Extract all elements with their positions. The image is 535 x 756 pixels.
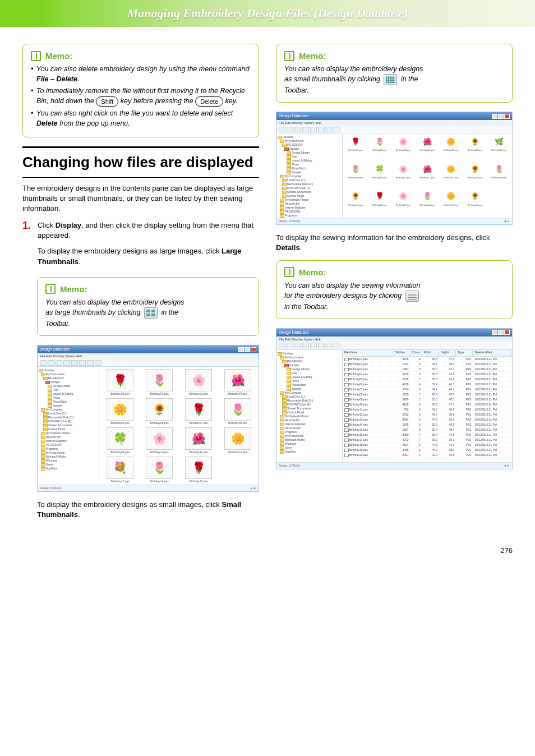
table-row: Birthday04.pes3210358.443.8PES10/22/06 3… [343,372,512,377]
thumbnail-caption: Birthday14.pes [491,176,506,179]
thumbnail-caption: Birthday20.pes [468,204,483,207]
memo-title: Memo: [284,50,504,62]
table-row: Birthday05.pes2876758.344.8PES10/22/06 3… [343,377,512,382]
tree-pane: DesktopMy DocumentsPE-DESIGNSampleDesign… [276,133,343,218]
thumbnail-image: 🌸 [396,163,410,176]
thumbnail-small: 🌼Birthday19.pes [440,191,462,216]
tree-item: Local Disk (C:) [39,412,98,416]
table-row: Birthday09.pes3789756.040.3PES10/22/06 3… [343,397,512,402]
thumbnail-caption: Birthday06.pes [468,149,483,152]
screenshot-large-thumbnails: Design Database File Edit Display Option… [37,345,259,492]
content-pane-small: 🌹Birthday01.pes🌷Birthday02.pes🌸Birthday0… [343,133,512,218]
thumbnail-caption: Birthday05.pes [444,149,459,152]
thumbnail-caption: Birthday04.pes [228,392,247,396]
window-buttons [492,114,510,119]
thumbnail-image: 🌼 [444,191,458,203]
thumbnail-small: 🌷Birthday02.pes [368,136,390,161]
tree-item: Windows [39,459,98,463]
memo-label: Memo: [299,266,326,278]
tree-item: Internet Explorer [278,206,341,210]
screenshot-large-wrapper: Design Database File Edit Display Option… [37,345,259,492]
book-icon [45,284,56,294]
tree-item: Users [39,463,98,467]
thumbnail-small: 🌸Birthday03.pes [393,136,414,161]
column-header: Height [439,350,456,356]
thumbnail-caption: Birthday11.pes [419,176,435,179]
thumbnail-caption: Birthday14.pes [150,480,169,483]
thumbnail-caption: Birthday09.pes [111,450,130,454]
table-row: Birthday10.pes4120638.047.1PES10/22/06 3… [343,402,512,407]
thumbnail-small: 🌸Birthday17.pes [393,191,414,216]
thumbnail-caption: Birthday06.pes [150,421,169,425]
thumbnail-large: 💐Birthday13.pes [102,457,139,483]
thumbnail-large: 🌼Birthday05.pes [102,398,139,425]
memo-label: Memo: [299,50,326,62]
thumbnail-image: 🌺 [185,427,212,450]
tree-item: Desktop [278,352,341,356]
thumbnail-large: 🌼Birthday12.pes [219,427,256,454]
table-row: Birthday16.pes3960456.442.8PES10/22/06 3… [343,432,512,437]
thumbnail-image: 🌹 [107,369,133,391]
window-buttons [492,330,510,335]
thumbnail-image: 🌷 [349,163,362,176]
thumbnail-large: 🌷Birthday08.pes [219,398,256,425]
tree-item: Font [39,388,98,392]
screenshot-details: Design Database File Edit Display Option… [276,328,513,469]
details-para: To display the sewing information for th… [276,233,513,253]
tree-item: Sample [278,387,341,391]
toolbar [276,126,512,133]
thumbnail-image: 🌷 [146,369,173,391]
column-header: Colors [411,350,422,356]
tree-item: DVD-RW Drive (E:) [39,420,98,423]
thumbnail-caption: Birthday02.pes [150,392,169,396]
memo-details: Memo: You can also display the sewing in… [276,260,513,319]
header-title: Managing Embroidery Design Files (Design… [127,5,408,22]
thumbnail-caption: Birthday04.pes [419,149,435,152]
thumbnail-small: 🌻Birthday15.pes [345,191,367,216]
detail-pane: File NameStitchesColorsWidthHeightTypeDa… [343,350,512,462]
thumbnail-caption: Birthday07.pes [189,421,207,425]
tree-item: My Network Places [278,198,341,202]
table-row: Birthday12.pes2912543.439.8PES10/22/06 3… [343,412,512,417]
page-content: Memo: You can also delete embroidery des… [0,27,535,542]
tree-item: Internet Explorer [39,439,98,443]
thumbnail-large: 🌸Birthday10.pes [141,427,178,454]
column-header: Stitches [393,350,410,356]
thumbnail-image: 🌺 [421,136,434,148]
tree-item: My Computer [278,391,341,395]
thumbnail-image: 🌿 [492,136,506,148]
tree-item: My Computer [278,174,341,178]
step-1: 1. Click Display, and then click the dis… [22,220,259,273]
tree-item: Photo [278,163,341,167]
step-text: Click Display, and then click the displa… [38,220,259,273]
right-column: Memo: You can also display the embroider… [276,44,513,525]
memo-large-thumbnails: Memo: You can also display the embroider… [37,277,259,336]
table-row: Birthday20.pes2491442.046.8PES10/22/06 3… [343,453,512,458]
thumbnail-large: 🌺Birthday04.pes [219,369,256,396]
thumbnail-caption: Birthday16.pes [372,204,387,207]
thumbnail-caption: Birthday03.pes [396,149,411,152]
thumbnail-large: 🌻Birthday06.pes [141,398,178,425]
thumbnail-image: 🌻 [146,398,173,421]
tree-item: PE-DESIGN [39,376,98,380]
thumbnail-caption: Birthday01.pes [348,149,363,152]
tree-item: My Documents [278,434,341,438]
thumbnail-small: 🌺Birthday11.pes [416,163,438,188]
thumbnail-small: 🌹Birthday16.pes [368,191,390,216]
detail-header: File NameStitchesColorsWidthHeightTypeDa… [343,350,512,357]
tree-item: Design Library [278,367,341,371]
window-body: DesktopMy DocumentsPE-DESIGNSampleDesign… [38,367,259,485]
tree-item: My Documents [278,139,341,143]
window-body: DesktopMy DocumentsPE-DESIGNSampleDesign… [276,350,512,462]
tree-item: PhotoStitch [278,167,341,170]
memo-label: Memo: [60,283,87,295]
thumbnail-small: 🌻Birthday13.pes [464,163,486,188]
memo-label: Memo: [45,50,72,62]
thumbnail-image: 🌷 [492,163,506,176]
thumbnail-small: 🌼Birthday12.pes [440,163,462,188]
tree-item: DVD-RW Drive (E:) [278,403,341,407]
table-row: Birthday11.pes756441.640.8PES10/22/06 3:… [343,407,512,412]
tree-item: Photo [278,379,341,383]
column-header: File Name [343,350,394,356]
thumbnail-image: 💐 [107,457,133,479]
